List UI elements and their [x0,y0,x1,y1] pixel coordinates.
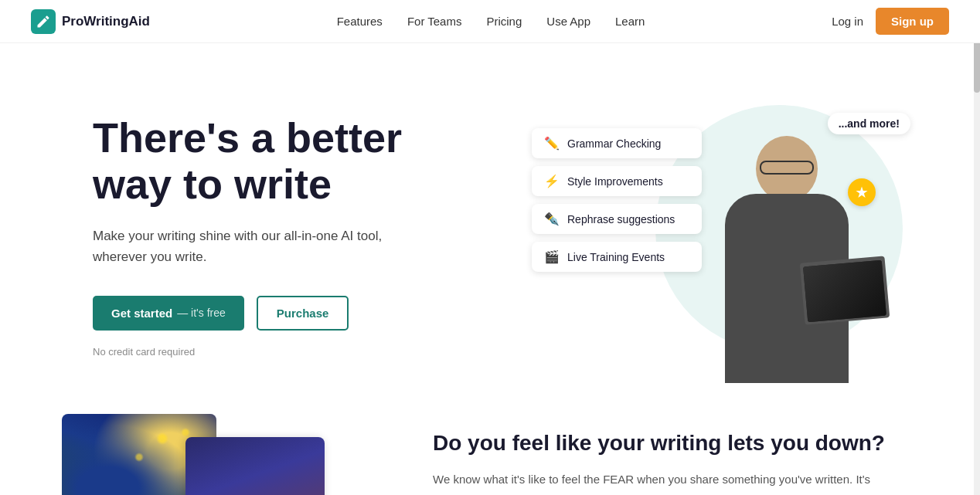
nav-features[interactable]: Features [337,15,383,28]
rephrase-icon: ✒️ [544,212,560,226]
painting-card-secondary [185,437,325,495]
nav-for-teams[interactable]: For Teams [407,15,462,28]
style-icon: ⚡ [544,174,560,188]
training-icon: 🎬 [544,249,560,264]
login-button[interactable]: Log in [832,15,863,28]
feature-card-rephrase: ✒️ Rephrase suggestions [532,204,702,234]
feature-cards: ✏️ Grammar Checking ⚡ Style Improvements… [532,128,702,272]
scrollbar[interactable] [974,0,980,495]
nav-actions: Log in Sign up [832,8,949,35]
nav-links: Features For Teams Pricing Use App Learn [337,15,645,29]
purchase-button[interactable]: Purchase [257,296,349,331]
grammar-icon: ✏️ [544,136,560,151]
hero-left: There's a better way to write Make your … [93,115,479,357]
person-illustration [717,136,856,383]
feature-card-style: ⚡ Style Improvements [532,166,702,196]
signup-button[interactable]: Sign up [876,8,949,35]
get-started-button[interactable]: Get started — it's free [93,296,244,331]
feature-card-grammar: ✏️ Grammar Checking [532,128,702,158]
more-bubble: ...and more! [828,113,910,134]
feature-card-training: 🎬 Live Training Events [532,242,702,272]
section-two: My idea in my head Do you feel like your… [0,414,980,495]
logo-icon [31,9,56,34]
navbar: ProWritingAid Features For Teams Pricing… [0,0,980,43]
nav-pricing[interactable]: Pricing [486,15,522,28]
brand-name: ProWritingAid [62,14,150,29]
hero-subtitle: Make your writing shine with our all-in-… [93,225,402,267]
hero-buttons: Get started — it's free Purchase [93,296,479,331]
no-credit-text: No credit card required [93,346,479,358]
section-two-title: Do you feel like your writing lets you d… [433,429,918,457]
logo-link[interactable]: ProWritingAid [31,9,150,34]
nav-learn[interactable]: Learn [615,15,645,28]
section-two-content: Do you feel like your writing lets you d… [433,414,918,495]
hero-right: ...and more! ✏️ Grammar Checking [532,90,918,383]
logo-svg [36,14,51,29]
section-two-images: My idea in my head [62,414,371,495]
hero-section: There's a better way to write Make your … [0,43,980,414]
hero-title: There's a better way to write [93,115,479,207]
section-two-body: We know what it's like to feel the FEAR … [433,470,918,495]
nav-use-app[interactable]: Use App [546,15,590,28]
